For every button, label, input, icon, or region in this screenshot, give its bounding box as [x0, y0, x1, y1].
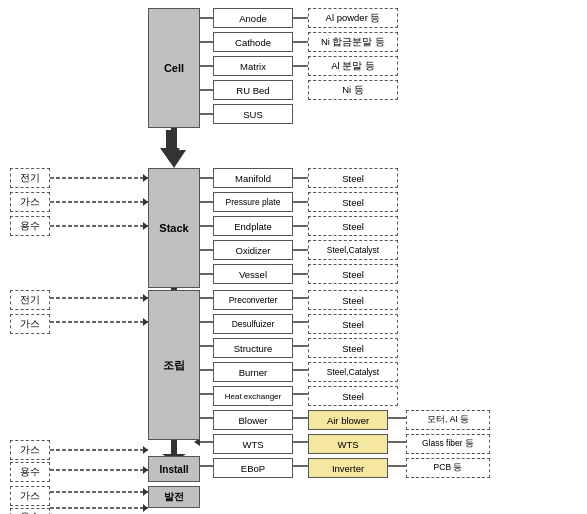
cell-mat-rubed: Ni 등 [308, 80, 398, 100]
stack-item-manifold: Manifold [213, 168, 293, 188]
install-input-water: 용수 [10, 462, 50, 482]
assembly-item-blower: Blower [213, 410, 293, 430]
assembly-item-burner: Burner [213, 362, 293, 382]
cell-item-anode: Anode [213, 8, 293, 28]
svg-marker-1 [166, 152, 182, 164]
assembly-mat-airblower: Air blower [308, 410, 388, 430]
stage-install: Install [148, 456, 200, 482]
right-mat-motor: 모터, AI 등 [406, 410, 490, 430]
stack-mat-vessel: Steel [308, 264, 398, 284]
cell-item-rubed: RU Bed [213, 80, 293, 100]
stage-cell: Cell [148, 8, 200, 128]
stage-power: 발전 [148, 486, 200, 508]
cell-item-matrix: Matrix [213, 56, 293, 76]
arrow-cell-stack [160, 130, 180, 162]
stack-item-pressure: Pressure plate [213, 192, 293, 212]
stack-item-endplate: Endplate [213, 216, 293, 236]
assembly-mat-burner: Steel,Catalyst [308, 362, 398, 382]
cell-item-cathode: Cathode [213, 32, 293, 52]
assembly-mat-heatexchanger: Steel [308, 386, 398, 406]
stage-assembly: 조립 [148, 290, 200, 440]
assembly-item-heatexchanger: Heat exchanger [213, 386, 293, 406]
svg-rect-99 [171, 440, 177, 454]
stack-item-vessel: Vessel [213, 264, 293, 284]
assembly-item-preconverter: Preconverter [213, 290, 293, 310]
assembly-mat-wts: WTS [308, 434, 388, 454]
assembly-mat-desulfuizer: Steel [308, 314, 398, 334]
cell-mat-anode: Al powder 등 [308, 8, 398, 28]
cell-item-sus: SUS [213, 104, 293, 124]
assembly-item-structure: Structure [213, 338, 293, 358]
svg-marker-47 [162, 150, 186, 168]
assembly-mat-structure: Steel [308, 338, 398, 358]
power-input-gas: 가스 [10, 486, 50, 506]
svg-rect-46 [171, 128, 177, 150]
right-mat-pcb: PCB 등 [406, 458, 490, 478]
assembly-item-ebop: EBoP [213, 458, 293, 478]
stack-mat-oxidizer: Steel,Catalyst [308, 240, 398, 260]
stack-input-water: 용수 [10, 216, 50, 236]
right-mat-glassfiber: Glass fiber 등 [406, 434, 490, 454]
stack-mat-pressure: Steel [308, 192, 398, 212]
stack-mat-manifold: Steel [308, 168, 398, 188]
stack-item-oxidizer: Oxidizer [213, 240, 293, 260]
assembly-item-desulfuizer: Desulfuizer [213, 314, 293, 334]
assembly-mat-inverter: Inverter [308, 458, 388, 478]
assembly-mat-preconverter: Steel [308, 290, 398, 310]
arrows-svg [0, 0, 587, 514]
svg-marker-92 [143, 446, 148, 454]
assembly-input-gas: 가스 [10, 314, 50, 334]
install-input-gas: 가스 [10, 440, 50, 460]
stage-stack: Stack [148, 168, 200, 288]
stack-input-electric: 전기 [10, 168, 50, 188]
main-diagram: Cell Anode Cathode Matrix RU Bed SUS Al … [0, 0, 587, 514]
cell-mat-cathode: Ni 합금분말 등 [308, 32, 398, 52]
stack-mat-endplate: Steel [308, 216, 398, 236]
cell-mat-matrix: Al 분말 등 [308, 56, 398, 76]
stack-input-gas: 가스 [10, 192, 50, 212]
power-input-water: 용수 [10, 508, 50, 514]
assembly-item-wts: WTS [213, 434, 293, 454]
assembly-input-electric: 전기 [10, 290, 50, 310]
